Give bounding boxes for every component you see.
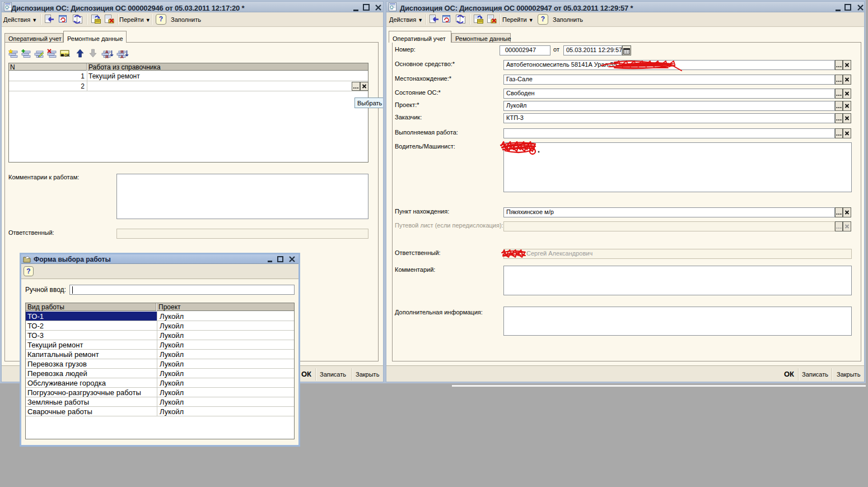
svg-text:А: А — [120, 54, 124, 59]
svg-text:Я: Я — [105, 54, 109, 59]
svg-text:OK: OK — [64, 53, 70, 57]
